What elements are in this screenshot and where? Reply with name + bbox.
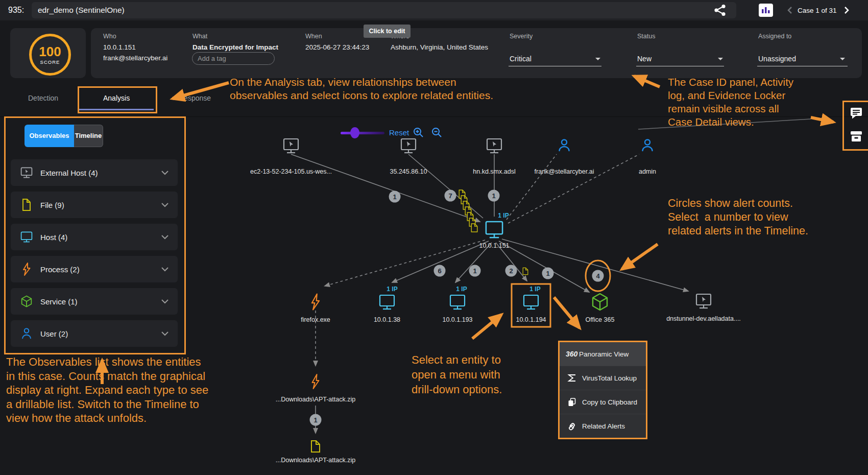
annotation-arrow-alert-count <box>622 244 658 269</box>
alert-count-badge[interactable]: 1 <box>488 190 500 202</box>
annotation-arrow-menu <box>554 297 580 328</box>
node-label: 10.0.1.193 <box>442 316 472 323</box>
activity-log-icon[interactable] <box>850 107 862 121</box>
virustotal-icon <box>566 373 578 383</box>
edge-center-firefox <box>325 240 485 286</box>
svg-text:1: 1 <box>473 267 476 275</box>
node-label: Office 365 <box>586 316 615 323</box>
alert-count-badge[interactable]: 1 <box>310 414 322 426</box>
node-external-host-icon[interactable] <box>401 139 416 153</box>
node-label: 10.0.1.38 <box>374 316 400 323</box>
ip-count-label: 1 IP <box>387 286 397 293</box>
entity-context-menu: 360 Panoramic View VirusTotal Lookup Cop… <box>558 341 647 439</box>
node-host-icon-selected[interactable] <box>524 295 538 309</box>
evidence-locker-icon[interactable] <box>850 131 862 144</box>
node-label: ...Downloads\APT-attack.zip <box>276 457 355 464</box>
annotation-entity-menu: Select an entity to open a menu with dri… <box>412 352 502 397</box>
case-detail-page: 935: Case 1 of 31 1 <box>0 0 868 475</box>
edge-ext2-center <box>408 154 483 218</box>
ip-count-label: 1 IP <box>456 286 467 293</box>
menu-item-virustotal-lookup[interactable]: VirusTotal Lookup <box>560 366 646 390</box>
alert-count-badge[interactable]: 1 <box>389 191 401 203</box>
node-label: ec2-13-52-234-105.us-wes... <box>250 168 332 175</box>
click-to-edit-tooltip: Click to edit <box>364 25 411 38</box>
ip-count-label: 1 IP <box>529 286 540 293</box>
svg-text:2: 2 <box>509 267 513 275</box>
file-badge-icon[interactable] <box>523 268 528 274</box>
edge-center-user1 <box>507 154 557 220</box>
annotation-arrow-side-icons <box>811 117 833 122</box>
node-user-icon[interactable] <box>643 140 653 151</box>
node-host-icon-center[interactable] <box>486 222 502 238</box>
node-external-host-icon[interactable] <box>284 139 298 153</box>
node-file-icon[interactable] <box>311 441 320 452</box>
node-process-icon[interactable] <box>312 374 319 389</box>
svg-text:1: 1 <box>546 270 549 277</box>
annotation-arrow-entity <box>472 315 501 339</box>
svg-text:1: 1 <box>393 193 396 201</box>
menu-item-copy-to-clipboard[interactable]: Copy to Clipboard <box>560 390 646 414</box>
node-process-icon[interactable] <box>312 294 319 310</box>
svg-text:4: 4 <box>596 272 600 280</box>
annotation-analysis-tab: On the Analysis tab, view relationships … <box>230 76 493 102</box>
node-external-host-icon[interactable] <box>487 139 501 153</box>
ip-count-label: 1 IP <box>498 212 509 219</box>
node-user-icon[interactable] <box>560 140 569 151</box>
node-host-icon[interactable] <box>380 295 394 309</box>
node-label: frank@stellarcyber.ai <box>535 168 594 175</box>
menu-item-panoramic-view[interactable]: 360 Panoramic View <box>560 342 646 366</box>
alert-count-badge[interactable]: 2 <box>505 265 517 277</box>
svg-text:1: 1 <box>314 416 317 424</box>
alert-count-badge[interactable]: 1 <box>542 268 554 279</box>
svg-text:1: 1 <box>492 192 495 200</box>
annotation-arrow-header <box>634 76 660 87</box>
edge-center-user2 <box>508 154 639 223</box>
node-host-icon[interactable] <box>450 295 465 309</box>
annotation-observables-list: The Observables list shows the entities … <box>6 355 208 425</box>
svg-text:7: 7 <box>448 192 452 200</box>
alert-count-badge[interactable]: 4 <box>592 270 604 282</box>
alert-count-badge[interactable]: 6 <box>434 265 446 277</box>
node-service-icon[interactable] <box>593 294 607 310</box>
node-label: 10.0.1.194 <box>516 316 546 323</box>
annotation-arrow-analysis-tab <box>173 83 229 99</box>
annotation-alert-counts: Circles show alert counts. Select a numb… <box>668 197 808 238</box>
node-label: 10.0.1.151 <box>479 242 509 249</box>
copy-icon <box>566 397 578 407</box>
edge-ext1-center <box>291 154 480 222</box>
node-label: 35.245.86.10 <box>390 168 427 175</box>
alert-count-badge[interactable]: 7 <box>445 190 456 202</box>
annotation-case-panels: The Case ID panel, Activity log, and Evi… <box>668 76 793 129</box>
svg-text:6: 6 <box>438 267 441 275</box>
node-label: firefox.exe <box>301 316 330 323</box>
menu-item-related-alerts[interactable]: Related Alerts <box>560 414 646 438</box>
360-icon: 360 <box>566 350 578 358</box>
node-label: admin <box>639 168 656 175</box>
link-icon <box>566 421 578 431</box>
node-label: ...Downloads\APT-attack.zip <box>276 396 355 403</box>
node-label: hn.kd.smx.adsl <box>473 168 515 175</box>
case-side-tools <box>842 101 868 151</box>
node-external-host-icon[interactable] <box>696 294 711 308</box>
node-label: dnstunnel-dev.aelladata.... <box>666 315 741 322</box>
alert-count-badge[interactable]: 1 <box>469 265 481 277</box>
